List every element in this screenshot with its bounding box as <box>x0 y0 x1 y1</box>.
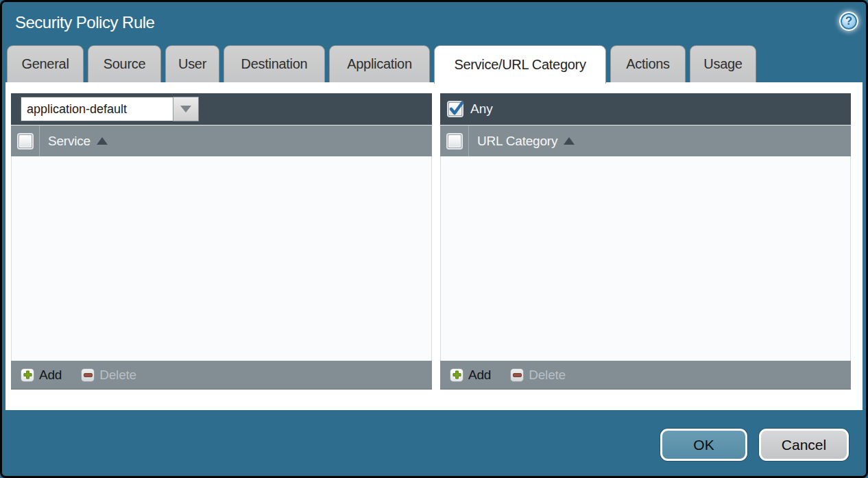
plus-icon <box>21 368 34 382</box>
url-category-list[interactable] <box>440 156 851 361</box>
service-add-button[interactable]: Add <box>21 368 62 383</box>
url-column-header: URL Category <box>440 125 851 156</box>
title-bar: Security Policy Rule ? <box>0 2 868 45</box>
url-select-all-checkbox[interactable] <box>448 134 461 148</box>
minus-icon <box>81 368 95 382</box>
add-label: Add <box>468 368 491 383</box>
sort-ascending-icon[interactable] <box>97 137 108 145</box>
tab-user[interactable]: User <box>165 45 219 82</box>
service-column-header: Service <box>11 125 432 156</box>
plus-icon <box>450 368 463 382</box>
ok-button[interactable]: OK <box>660 429 747 461</box>
service-list[interactable] <box>11 156 432 361</box>
tab-usage[interactable]: Usage <box>690 45 756 82</box>
url-any-checkbox[interactable] <box>448 102 462 116</box>
service-select-all-cell <box>11 126 40 156</box>
service-panel: Service Add Delete <box>11 93 432 390</box>
help-icon[interactable]: ? <box>839 12 858 31</box>
url-add-button[interactable]: Add <box>450 368 491 383</box>
delete-label: Delete <box>99 368 136 383</box>
service-type-dropdown <box>21 97 199 121</box>
minus-icon <box>510 368 524 382</box>
tab-source[interactable]: Source <box>88 45 161 82</box>
dialog-title: Security Policy Rule <box>15 13 154 32</box>
tab-bar: General Source User Destination Applicat… <box>7 45 756 82</box>
service-footer: Add Delete <box>11 361 432 390</box>
url-footer: Add Delete <box>440 361 851 390</box>
checkmark-icon <box>448 101 465 117</box>
delete-label: Delete <box>529 368 566 383</box>
tab-application[interactable]: Application <box>329 45 430 82</box>
url-column-label[interactable]: URL Category <box>477 134 557 149</box>
service-delete-button[interactable]: Delete <box>81 368 136 383</box>
security-policy-rule-dialog: { "window": { "title": "Security Policy … <box>0 0 868 478</box>
url-delete-button[interactable]: Delete <box>510 368 566 383</box>
service-select-all-checkbox[interactable] <box>19 134 32 148</box>
url-any-bar: Any <box>440 93 851 125</box>
chevron-down-icon <box>180 106 191 112</box>
service-column-label[interactable]: Service <box>48 134 91 149</box>
tab-destination[interactable]: Destination <box>224 45 325 82</box>
url-select-all-cell <box>440 126 469 156</box>
service-type-dropdown-button[interactable] <box>173 97 199 121</box>
url-category-panel: Any URL Category Add Delete <box>440 93 851 390</box>
tab-service-url-category[interactable]: Service/URL Category <box>434 45 606 84</box>
add-label: Add <box>39 368 62 383</box>
tab-general[interactable]: General <box>7 45 84 82</box>
sort-ascending-icon[interactable] <box>564 137 575 145</box>
service-type-input[interactable] <box>21 97 173 121</box>
cancel-button[interactable]: Cancel <box>759 429 849 461</box>
url-any-label: Any <box>470 101 493 117</box>
tab-actions[interactable]: Actions <box>610 45 686 82</box>
service-type-bar <box>11 93 432 125</box>
